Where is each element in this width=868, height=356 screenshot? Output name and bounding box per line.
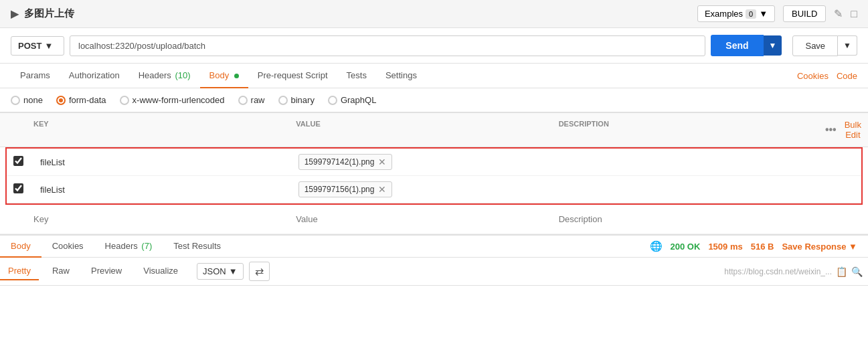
row1-file-pill: 1599797142(1).png ✕ [298,154,393,170]
request-tabs: Params Authorization Headers (10) Body P… [0,64,868,88]
radio-inner [59,98,63,102]
body-type-selector: none form-data x-www-form-urlencoded raw… [0,88,868,112]
wrap-button[interactable]: ⇄ [249,262,270,281]
more-options-icon[interactable]: ••• [820,124,842,136]
status-ok: 200 OK [671,242,701,252]
th-check [0,117,27,143]
res-tab-body[interactable]: Body [0,236,41,258]
row1-description [549,157,808,167]
tab-params[interactable]: Params [11,64,60,88]
fmt-tab-pretty[interactable]: Pretty [0,262,39,280]
empty-description [552,209,814,230]
copy-icon[interactable]: 📋 [836,266,847,277]
format-bar-right: https://blog.csdn.net/weixin_... 📋 🔍 [724,266,868,277]
format-label: JSON [203,266,226,276]
radio-raw-circle [238,96,248,105]
row2-description [549,184,808,195]
th-actions: ••• Bulk Edit [814,117,868,143]
expand-icon[interactable]: ▶ [11,8,19,20]
build-button[interactable]: BUILD [783,5,826,22]
tab-authorization[interactable]: Authorization [60,64,129,88]
examples-label: Examples [705,9,743,19]
radio-urlencoded[interactable]: x-www-form-urlencoded [120,95,225,105]
top-bar-right: Examples 0 ▼ BUILD ✎ □ [697,5,857,22]
empty-check [0,214,27,225]
save-response-button[interactable]: Save Response ▼ [782,242,857,252]
fmt-tab-raw[interactable]: Raw [44,262,78,280]
empty-key [27,209,289,230]
tab-headers[interactable]: Headers (10) [129,64,200,88]
radio-none[interactable]: none [11,95,43,105]
format-selector[interactable]: JSON ▼ [197,263,244,280]
table-row: fileList 1599797142(1).png ✕ [7,149,861,176]
row1-remove-file-button[interactable]: ✕ [378,157,386,167]
row2-checkbox-cell [7,178,33,201]
row1-checkbox[interactable] [13,156,23,166]
code-link[interactable]: Code [837,71,857,81]
th-description: DESCRIPTION [552,117,814,143]
radio-urlencoded-circle [120,96,129,105]
search-icon[interactable]: 🔍 [851,266,863,277]
radio-binary-circle [278,96,288,105]
url-bar: POST ▼ Send ▼ Save ▼ [0,28,868,64]
fmt-tab-preview[interactable]: Preview [83,262,130,280]
top-bar: ▶ 多图片上传 Examples 0 ▼ BUILD ✎ □ [0,0,868,28]
row2-key: fileList [33,179,292,200]
examples-button[interactable]: Examples 0 ▼ [697,5,775,22]
radio-none-circle [11,96,20,105]
radio-graphql-circle [328,96,337,105]
tab-pre-request-script[interactable]: Pre-request Script [248,64,337,88]
new-value-input[interactable] [296,214,545,224]
row1-key: fileList [33,152,292,173]
save-button[interactable]: Save [792,35,838,56]
empty-value [289,209,551,230]
layout-icon[interactable]: □ [851,8,857,20]
row1-checkbox-cell [7,151,33,173]
row2-checkbox[interactable] [13,183,23,193]
method-selector[interactable]: POST ▼ [11,36,64,56]
new-key-input[interactable] [33,214,282,224]
new-description-input[interactable] [559,214,808,224]
row2-value: 1599797156(1).png ✕ [292,176,550,203]
top-bar-left: ▶ 多图片上传 [11,7,74,20]
request-title: 多图片上传 [24,7,74,20]
chevron-down-icon: ▼ [759,9,768,19]
radio-binary[interactable]: binary [278,95,315,105]
format-bar: Pretty Raw Preview Visualize JSON ▼ ⇄ ht… [0,258,868,286]
table-header: KEY VALUE DESCRIPTION ••• Bulk Edit [0,113,868,147]
res-tab-test-results[interactable]: Test Results [163,236,232,258]
row1-actions [808,157,861,167]
radio-raw[interactable]: raw [238,95,265,105]
empty-actions [814,214,868,225]
edit-icon[interactable]: ✎ [834,7,843,20]
res-tab-cookies[interactable]: Cookies [41,236,94,258]
row2-remove-file-button[interactable]: ✕ [378,185,386,194]
table-row: fileList 1599797156(1).png ✕ [7,176,861,203]
body-table: KEY VALUE DESCRIPTION ••• Bulk Edit file… [0,112,868,234]
tab-tests[interactable]: Tests [337,64,376,88]
save-dropdown-button[interactable]: ▼ [838,35,857,56]
th-key: KEY [27,117,289,143]
radio-graphql[interactable]: GraphQL [328,95,376,105]
send-dropdown-button[interactable]: ▼ [764,35,782,56]
bulk-edit-button[interactable]: Bulk Edit [845,120,861,140]
globe-icon: 🌐 [650,240,663,252]
tabs-right: Cookies Code [797,71,857,81]
response-tabs: Body Cookies Headers (7) Test Results 🌐 … [0,234,868,258]
res-tab-headers[interactable]: Headers (7) [94,236,163,258]
row2-filename: 1599797156(1).png [305,185,375,194]
row2-file-pill: 1599797156(1).png ✕ [298,181,393,197]
cookies-link[interactable]: Cookies [797,71,829,81]
fmt-tab-visualize[interactable]: Visualize [135,262,186,280]
tab-settings[interactable]: Settings [376,64,426,88]
save-btn-group: Save ▼ [792,35,857,56]
url-input[interactable] [70,35,705,56]
tab-body[interactable]: Body [200,64,248,88]
radio-form-data[interactable]: form-data [56,95,106,105]
row1-value: 1599797142(1).png ✕ [292,149,550,175]
empty-row [0,205,868,234]
send-button[interactable]: Send [711,35,763,56]
row1-filename: 1599797142(1).png [305,157,375,167]
method-chevron: ▼ [44,41,53,51]
highlighted-rows: fileList 1599797142(1).png ✕ fileList 15… [5,147,863,205]
